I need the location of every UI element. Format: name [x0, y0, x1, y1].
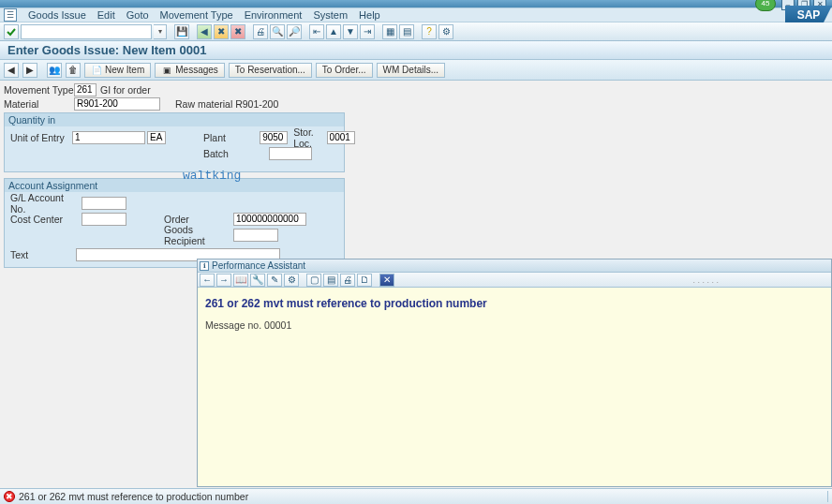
pa-drag-handle[interactable]: . . . . . . [692, 275, 719, 285]
order-field[interactable] [233, 213, 306, 226]
new-item-label: New Item [105, 65, 144, 75]
messages-icon: ▣ [161, 65, 172, 76]
cost-center-label: Cost Center [10, 214, 82, 225]
prev-item-button[interactable]: ◀ [4, 63, 19, 78]
menu-environment[interactable]: Environment [245, 9, 303, 21]
pa-other-button[interactable]: 🗋 [357, 274, 372, 287]
stor-loc-field[interactable] [327, 131, 355, 144]
text-label: Text [10, 249, 76, 260]
account-assignment-title: Account Assignment [5, 179, 344, 192]
page-title: Enter Goods Issue: New Item 0001 [0, 41, 832, 60]
find-next-button[interactable]: 🔎 [287, 24, 302, 39]
customize-layout-button[interactable]: ⚙ [438, 24, 453, 39]
batch-label: Batch [203, 148, 235, 159]
enter-button[interactable] [4, 24, 19, 39]
unit-of-entry-qty-field[interactable] [72, 131, 145, 144]
performance-assistant-icon: ℹ [200, 261, 209, 271]
title-bar: 45 – ❐ ✕ [0, 0, 832, 7]
cancel-button[interactable]: ✖ [230, 24, 245, 39]
pa-customize-button[interactable]: ⚙ [284, 274, 299, 287]
pa-close-button[interactable]: ✕ [379, 274, 394, 287]
pa-back-button[interactable]: ← [200, 274, 215, 287]
prev-page-button[interactable]: ▲ [326, 24, 341, 39]
find-button[interactable]: 🔍 [270, 24, 285, 39]
pa-print-button[interactable]: 🖨 [340, 274, 355, 287]
plant-field[interactable] [260, 131, 288, 144]
goods-recipient-field[interactable] [233, 229, 278, 242]
overview-button[interactable]: 👥 [47, 63, 62, 78]
pa-forward-button[interactable]: → [216, 274, 231, 287]
app-toolbar: ◀ ▶ 👥 🗑 📄New Item ▣Messages To Reservati… [0, 60, 832, 81]
quantity-groupbox: Quantity in Unit of Entry Plant Stor. Lo… [4, 112, 345, 172]
command-dropdown-button[interactable]: ▾ [154, 24, 167, 39]
new-item-icon: 📄 [91, 65, 102, 76]
delete-button[interactable]: 🗑 [66, 63, 81, 78]
menu-bar: ☰ Goods Issue Edit Goto Movement Type En… [0, 7, 832, 22]
next-page-button[interactable]: ▼ [343, 24, 358, 39]
movement-type-field[interactable] [74, 83, 97, 96]
unit-of-entry-label: Unit of Entry [10, 132, 72, 143]
save-button[interactable]: 💾 [174, 24, 189, 39]
menu-goto[interactable]: Goto [126, 9, 149, 21]
to-reservation-label: To Reservation... [235, 65, 305, 75]
watermark-text: waltking [183, 169, 241, 183]
print-button[interactable]: 🖨 [253, 24, 268, 39]
performance-assistant-titlebar: ℹ Performance Assistant [198, 259, 831, 273]
menu-help[interactable]: Help [359, 9, 380, 21]
menu-system[interactable]: System [313, 9, 348, 21]
status-bar: ✖ 261 or 262 mvt must reference to produ… [0, 488, 832, 504]
next-item-button[interactable]: ▶ [22, 63, 37, 78]
stor-loc-label: Stor. Loc. [293, 126, 322, 149]
exit-button[interactable]: ✖ [214, 24, 229, 39]
menu-goods-issue[interactable]: Goods Issue [28, 9, 86, 21]
cost-center-field[interactable] [82, 213, 126, 226]
back-button[interactable]: ◀ [197, 24, 212, 39]
menu-edit[interactable]: Edit [97, 9, 115, 21]
menu-icon[interactable]: ☰ [4, 8, 17, 22]
pa-search-button[interactable]: 📖 [233, 274, 248, 287]
first-page-button[interactable]: ⇤ [309, 24, 324, 39]
status-message: 261 or 262 mvt must reference to product… [19, 491, 248, 502]
generate-shortcut-button[interactable]: ▤ [399, 24, 414, 39]
goods-recipient-label: Goods Recipient [164, 224, 233, 246]
account-assignment-groupbox: Account Assignment G/L Account No. Cost … [4, 178, 345, 268]
to-reservation-button[interactable]: To Reservation... [229, 63, 312, 78]
batch-field[interactable] [269, 147, 312, 160]
create-session-button[interactable]: ▦ [382, 24, 397, 39]
unit-of-entry-uom-field[interactable] [147, 131, 166, 144]
pa-tech-info-button[interactable]: 🔧 [250, 274, 265, 287]
error-icon: ✖ [4, 491, 15, 502]
gl-account-field[interactable] [82, 197, 126, 210]
content-area: Movement Type GI for order Material Raw … [0, 81, 832, 270]
performance-assistant-body: 261 or 262 mvt must reference to product… [198, 288, 831, 486]
to-order-button[interactable]: To Order... [316, 63, 373, 78]
movement-type-label: Movement Type [4, 84, 74, 96]
pa-dock-button[interactable]: ▤ [323, 274, 338, 287]
pa-heading: 261 or 262 mvt must reference to product… [205, 297, 824, 310]
new-item-button[interactable]: 📄New Item [84, 63, 151, 78]
performance-assistant-window: ℹ Performance Assistant ← → 📖 🔧 ✎ ⚙ ▢ ▤ … [197, 259, 832, 487]
pa-note-button[interactable]: ✎ [267, 274, 282, 287]
to-order-label: To Order... [322, 65, 366, 75]
menu-movement-type[interactable]: Movement Type [160, 9, 233, 21]
messages-label: Messages [175, 65, 218, 75]
performance-assistant-title: Performance Assistant [212, 260, 305, 271]
wm-details-button[interactable]: WM Details... [377, 63, 445, 78]
last-page-button[interactable]: ⇥ [360, 24, 375, 39]
command-field[interactable] [21, 24, 152, 39]
quantity-group-title: Quantity in [5, 113, 344, 126]
messages-button[interactable]: ▣Messages [155, 63, 225, 78]
gl-account-label: G/L Account No. [10, 192, 82, 215]
wm-details-label: WM Details... [383, 65, 438, 75]
performance-assistant-toolbar: ← → 📖 🔧 ✎ ⚙ ▢ ▤ 🖨 🗋 ✕ . . . . . . [198, 273, 831, 288]
pa-maximize-button[interactable]: ▢ [306, 274, 321, 287]
standard-toolbar: ▾ 💾 ◀ ✖ ✖ 🖨 🔍 🔎 ⇤ ▲ ▼ ⇥ ▦ ▤ ? ⚙ [0, 22, 832, 41]
material-text: Raw material R901-200 [175, 98, 278, 110]
plant-label: Plant [203, 132, 226, 143]
help-button[interactable]: ? [422, 24, 437, 39]
pa-message-no: Message no. 00001 [205, 319, 824, 331]
session-indicator: 45 [755, 0, 776, 11]
material-label: Material [4, 98, 74, 110]
material-field[interactable] [74, 97, 160, 111]
movement-type-text: GI for order [100, 84, 151, 96]
